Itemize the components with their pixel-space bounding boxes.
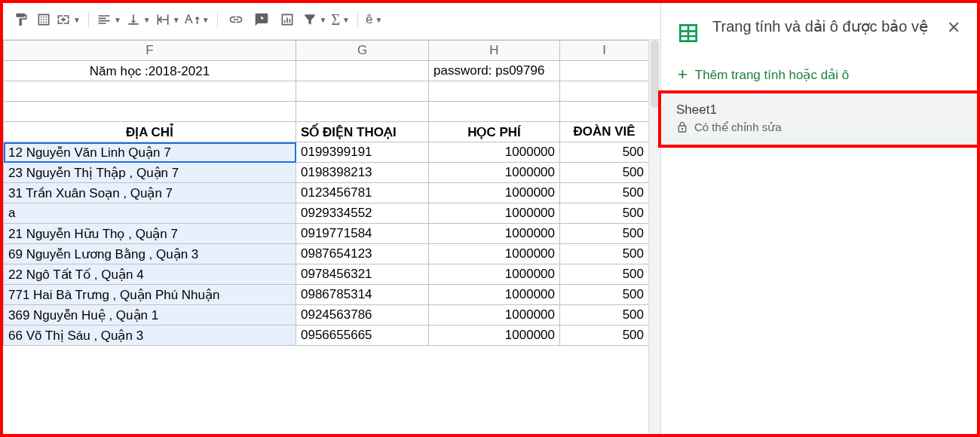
cell-phone[interactable]: 0929334552 — [296, 203, 429, 224]
cell-address[interactable]: 369 Nguyễn Huệ , Quận 1 — [4, 305, 296, 325]
column-header[interactable]: H — [429, 41, 560, 61]
data-row[interactable]: Năm học :2018-2021 password: ps09796 — [4, 61, 649, 81]
protected-ranges-panel: Trang tính và dải ô được bảo vệ ✕ + Thêm… — [660, 3, 977, 434]
data-row[interactable]: 66 Võ Thị Sáu , Quận 3095665566510000005… — [4, 325, 649, 346]
cell-address[interactable]: 23 Nguyễn Thị Thập , Quận 7 — [4, 163, 296, 183]
cell[interactable] — [429, 81, 560, 102]
plus-icon: + — [678, 66, 688, 83]
cell-fee[interactable]: 1000000 — [429, 325, 560, 346]
data-row[interactable]: 369 Nguyễn Huệ , Quận 109245637861000000… — [4, 305, 649, 325]
cell-header[interactable]: ĐOÀN VIÊ — [560, 122, 649, 142]
cell-member[interactable]: 500 — [560, 305, 649, 325]
cell-member[interactable]: 500 — [560, 244, 649, 264]
cell-address[interactable]: a — [4, 203, 296, 224]
cell-fee[interactable]: 1000000 — [429, 224, 560, 244]
data-row[interactable]: a09293345521000000500 — [4, 203, 649, 224]
vertical-align-button[interactable]: ▼ — [124, 9, 152, 30]
cell-member[interactable]: 500 — [560, 163, 649, 183]
column-header[interactable]: F — [4, 41, 296, 61]
cell-fee[interactable]: 1000000 — [429, 305, 560, 325]
create-filter-button[interactable]: ▼ — [301, 9, 329, 30]
cell[interactable] — [296, 102, 429, 122]
toolbar-separator — [88, 11, 89, 28]
cell[interactable]: password: ps09796 — [429, 61, 560, 81]
cell[interactable] — [296, 61, 429, 81]
data-row[interactable]: 69 Nguyễn Lương Bằng , Quận 309876541231… — [4, 244, 649, 264]
cell-member[interactable]: 500 — [560, 224, 649, 244]
borders-button[interactable] — [35, 9, 53, 30]
cell-header[interactable]: HỌC PHÍ — [429, 122, 560, 142]
cell-header[interactable]: ĐỊA CHỈ — [4, 122, 296, 142]
header-row[interactable]: ĐỊA CHỈ SỐ ĐIỆN THOẠI HỌC PHÍ ĐOÀN VIÊ — [4, 122, 649, 142]
cell-address[interactable]: 22 Ngô Tất Tố , Quận 4 — [4, 264, 296, 285]
cell[interactable] — [560, 61, 649, 81]
cell[interactable]: Năm học :2018-2021 — [4, 61, 296, 81]
cell-phone[interactable]: 0919771584 — [296, 224, 429, 244]
column-header[interactable]: G — [296, 41, 429, 61]
add-protected-range-button[interactable]: + Thêm trang tính hoặc dải ô — [661, 59, 977, 93]
paint-format-icon[interactable] — [9, 8, 33, 32]
data-row[interactable]: 22 Ngô Tất Tố , Quận 4097845632110000005… — [4, 264, 649, 285]
insert-comment-button[interactable] — [250, 8, 274, 32]
data-row[interactable] — [4, 102, 649, 122]
cell-fee[interactable]: 1000000 — [429, 163, 560, 183]
cell-member[interactable]: 500 — [560, 183, 649, 203]
data-row[interactable]: 23 Nguyễn Thị Thập , Quận 70198398213100… — [4, 163, 649, 183]
insert-chart-button[interactable] — [275, 8, 299, 32]
cell-fee[interactable]: 1000000 — [429, 264, 560, 285]
cell-address[interactable]: 21 Nguyễn Hữu Thọ , Quận 7 — [4, 224, 296, 244]
protected-range-name: Sheet1 — [676, 102, 962, 118]
column-header[interactable]: I — [560, 41, 649, 61]
cell[interactable] — [296, 81, 429, 102]
toolbar: ▼ ▼ ▼ ▼ ▼ — [3, 3, 660, 40]
input-language-button[interactable]: ê ▼ — [364, 9, 384, 30]
cell-phone[interactable]: 0199399191 — [296, 142, 429, 163]
insert-link-button[interactable] — [224, 8, 248, 32]
cell-phone[interactable]: 0198398213 — [296, 163, 429, 183]
cell-address[interactable]: 66 Võ Thị Sáu , Quận 3 — [4, 325, 296, 346]
data-row[interactable]: 31 Trần Xuân Soạn , Quận 701234567811000… — [4, 183, 649, 203]
data-row[interactable]: 21 Nguyễn Hữu Thọ , Quận 709197715841000… — [4, 224, 649, 244]
cell-phone[interactable]: 0123456781 — [296, 183, 429, 203]
cell-address[interactable]: 12 Nguyễn Văn Linh Quận 7 — [4, 142, 296, 163]
horizontal-align-button[interactable]: ▼ — [95, 9, 123, 30]
close-panel-button[interactable]: ✕ — [944, 17, 963, 39]
cell-phone[interactable]: 0986785314 — [296, 285, 429, 305]
cell-fee[interactable]: 1000000 — [429, 183, 560, 203]
cell-phone[interactable]: 0987654123 — [296, 244, 429, 264]
text-rotation-button[interactable]: ▼ — [183, 9, 211, 30]
merge-cells-button[interactable]: ▼ — [54, 9, 82, 30]
cell-member[interactable]: 500 — [560, 142, 649, 163]
data-row[interactable]: 12 Nguyễn Văn Linh Quận 7019939919110000… — [4, 142, 649, 163]
cell-fee[interactable]: 1000000 — [429, 244, 560, 264]
protected-range-item[interactable]: Sheet1 Có thể chỉnh sửa — [658, 90, 980, 148]
cell[interactable] — [4, 81, 296, 102]
cell-phone[interactable]: 0924563786 — [296, 305, 429, 325]
cell[interactable] — [560, 81, 649, 102]
text-wrap-button[interactable]: ▼ — [154, 9, 182, 30]
cell-address[interactable]: 31 Trần Xuân Soạn , Quận 7 — [4, 183, 296, 203]
column-header-row[interactable]: F G H I — [4, 41, 649, 61]
spreadsheet-grid[interactable]: F G H I Năm học :2018-2021 password: ps0… — [3, 40, 660, 434]
data-row[interactable]: 771 Hai Bà Trưng , Quận Phú Nhuận0986785… — [4, 285, 649, 305]
cell-phone[interactable]: 0978456321 — [296, 264, 429, 285]
cell-fee[interactable]: 1000000 — [429, 285, 560, 305]
sheets-app-icon — [675, 20, 702, 47]
language-letter: ê — [366, 12, 372, 27]
cell-member[interactable]: 500 — [560, 203, 649, 224]
cell-phone[interactable]: 0956655665 — [296, 325, 429, 346]
cell-member[interactable]: 500 — [560, 264, 649, 285]
cell-fee[interactable]: 1000000 — [429, 142, 560, 163]
cell-address[interactable]: 771 Hai Bà Trưng , Quận Phú Nhuận — [4, 285, 296, 305]
cell-address[interactable]: 69 Nguyễn Lương Bằng , Quận 3 — [4, 244, 296, 264]
cell[interactable] — [560, 102, 649, 122]
cell-member[interactable]: 500 — [560, 325, 649, 346]
data-row[interactable] — [4, 81, 649, 102]
cell-fee[interactable]: 1000000 — [429, 203, 560, 224]
functions-button[interactable]: Σ ▼ — [329, 8, 351, 32]
cell[interactable] — [429, 102, 560, 122]
chevron-down-icon: ▼ — [320, 16, 327, 24]
cell-header[interactable]: SỐ ĐIỆN THOẠI — [296, 122, 429, 142]
cell[interactable] — [4, 102, 296, 122]
cell-member[interactable]: 500 — [560, 285, 649, 305]
